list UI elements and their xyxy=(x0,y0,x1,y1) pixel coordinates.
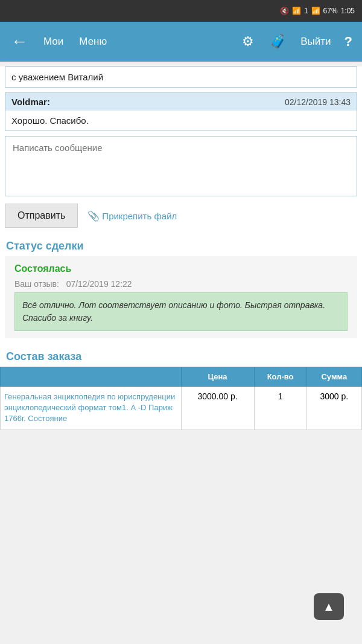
attach-file-link[interactable]: 📎 Прикрепить файл xyxy=(87,210,177,222)
prev-message-body: с уважением Виталий xyxy=(5,67,357,87)
paperclip-icon: 📎 xyxy=(87,210,100,222)
order-table-body: Генеральная энциклопедия по юриспруденци… xyxy=(1,387,362,430)
scroll-top-button[interactable]: ▲ xyxy=(314,593,344,620)
compose-area: Отправить 📎 Прикрепить файл xyxy=(5,136,357,228)
deal-status-section-title: Статус сделки xyxy=(0,233,362,256)
battery-label: 67% xyxy=(323,7,338,15)
table-row: Генеральная энциклопедия по юриспруденци… xyxy=(1,387,362,430)
message-header: Voldmar: 02/12/2019 13:43 xyxy=(5,93,357,111)
volume-mute-icon: 🔇 xyxy=(280,7,289,15)
message-block: Voldmar: 02/12/2019 13:43 Хорошо. Спасиб… xyxy=(5,92,357,131)
review-box: Всё отлично. Лот соответствует описанию … xyxy=(14,292,348,331)
col-header-sum: Сумма xyxy=(306,367,361,387)
order-table-head: Цена Кол-во Сумма xyxy=(1,367,362,387)
status-value: Состоялась xyxy=(14,263,348,274)
order-table-header-row: Цена Кол-во Сумма xyxy=(1,367,362,387)
send-button[interactable]: Отправить xyxy=(5,204,78,228)
order-section: Цена Кол-во Сумма Генеральная энциклопед… xyxy=(0,367,362,430)
message-input[interactable] xyxy=(5,136,357,196)
back-button[interactable]: ← xyxy=(6,30,33,54)
message-timestamp: 02/12/2019 13:43 xyxy=(285,97,351,107)
briefcase-icon[interactable]: 🧳 xyxy=(265,31,291,52)
col-header-price: Цена xyxy=(181,367,254,387)
help-button[interactable]: ? xyxy=(341,31,356,52)
top-nav: ← Мои Меню ⚙ 🧳 Выйти ? xyxy=(0,22,362,62)
my-button[interactable]: Мои xyxy=(39,33,68,50)
order-table: Цена Кол-во Сумма Генеральная энциклопед… xyxy=(0,367,362,430)
item-sum: 3000 р. xyxy=(306,387,361,430)
col-header-name xyxy=(1,367,182,387)
item-price: 3000.00 р. xyxy=(181,387,254,430)
review-label-text: Ваш отзыв: xyxy=(14,279,59,289)
review-date: 07/12/2019 12:22 xyxy=(66,279,132,289)
compose-actions: Отправить 📎 Прикрепить файл xyxy=(5,204,357,228)
prev-message-block: с уважением Виталий xyxy=(5,66,357,88)
order-section-title: Состав заказа xyxy=(0,343,362,367)
menu-button[interactable]: Меню xyxy=(74,33,112,50)
signal-icon: 📶 xyxy=(311,7,320,15)
message-body: Хорошо. Спасибо. xyxy=(5,111,357,130)
content-area: с уважением Виталий Voldmar: 02/12/2019 … xyxy=(0,66,362,430)
sim-icon: 1 xyxy=(304,7,308,15)
col-header-qty: Кол-во xyxy=(254,367,306,387)
status-icons: 🔇 📶 1 📶 67% 1:05 xyxy=(280,7,355,15)
status-section: Состоялась Ваш отзыв: 07/12/2019 12:22 В… xyxy=(5,256,357,338)
attach-label: Прикрепить файл xyxy=(102,211,177,221)
review-label: Ваш отзыв: 07/12/2019 12:22 xyxy=(14,279,348,289)
exit-button[interactable]: Выйти xyxy=(297,33,334,50)
item-name: Генеральная энциклопедия по юриспруденци… xyxy=(1,387,182,430)
message-author: Voldmar: xyxy=(11,97,50,107)
wifi-icon: 📶 xyxy=(292,7,301,15)
time-label: 1:05 xyxy=(341,7,355,15)
status-bar: 🔇 📶 1 📶 67% 1:05 xyxy=(0,0,362,22)
settings-icon[interactable]: ⚙ xyxy=(237,31,259,52)
item-qty: 1 xyxy=(254,387,306,430)
